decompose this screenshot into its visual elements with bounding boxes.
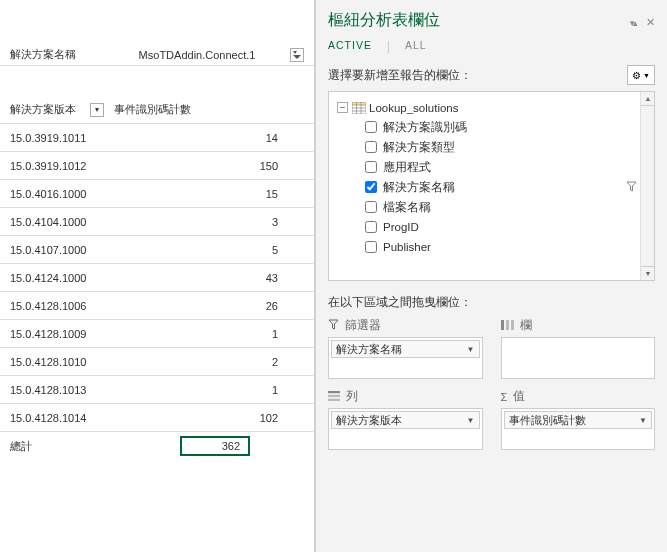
filters-item[interactable]: 解決方案名稱 ▼ (331, 340, 480, 358)
pivot-filter-row: 解決方案名稱 MsoTDAddin.Connect.1 (0, 44, 314, 66)
rows-header: 列 (328, 389, 483, 404)
filter-value-cell[interactable]: MsoTDAddin.Connect.1 (108, 48, 314, 62)
filters-item-label: 解決方案名稱 (336, 342, 402, 357)
field-list-item[interactable]: ProgID (333, 217, 650, 237)
tools-dropdown-button[interactable]: ⚙ ▼ (627, 65, 655, 85)
move-handle-icon[interactable]: ▾▴ (630, 18, 636, 28)
svg-rect-6 (501, 320, 504, 330)
tab-separator (388, 41, 389, 53)
values-header: Σ 值 (501, 389, 656, 404)
row-key-cell: 15.0.3919.1011 (0, 132, 108, 144)
table-row[interactable]: 15.0.4016.100015 (0, 180, 314, 208)
filter-field-label: 解決方案名稱 (0, 47, 108, 62)
row-header-cell[interactable]: 解決方案版本 ▾ (0, 102, 108, 117)
scroll-up-icon[interactable]: ▲ (641, 92, 655, 106)
field-list-scrollbar[interactable]: ▲ ▼ (640, 92, 654, 280)
scroll-down-icon[interactable]: ▼ (641, 266, 655, 280)
pane-title-row: 樞紐分析表欄位 ▾▴ ✕ (328, 10, 655, 31)
table-row[interactable]: 15.0.4128.10102 (0, 348, 314, 376)
table-row[interactable]: 15.0.4128.10131 (0, 376, 314, 404)
pivot-total-row: 總計 362 (0, 432, 314, 460)
row-value-cell: 1 (108, 384, 314, 396)
field-checkbox[interactable] (365, 121, 377, 133)
drag-instruction-label: 在以下區域之間拖曳欄位： (328, 295, 655, 310)
table-row[interactable]: 15.0.4128.10091 (0, 320, 314, 348)
values-item-label: 事件識別碼計數 (509, 413, 586, 428)
value-header-cell: 事件識別碼計數 (108, 102, 314, 117)
funnel-icon (328, 319, 339, 332)
columns-dropzone[interactable] (501, 337, 656, 379)
table-row[interactable]: 15.0.4128.100626 (0, 292, 314, 320)
values-title: 值 (513, 389, 525, 404)
close-icon[interactable]: ✕ (646, 16, 655, 28)
row-key-cell: 15.0.4128.1009 (0, 328, 108, 340)
columns-quadrant: 欄 (501, 318, 656, 379)
field-checkbox[interactable] (365, 221, 377, 233)
table-row[interactable]: 15.0.3919.101114 (0, 124, 314, 152)
values-dropzone[interactable]: 事件識別碼計數 ▼ (501, 408, 656, 450)
values-item[interactable]: 事件識別碼計數 ▼ (504, 411, 653, 429)
field-checkbox[interactable] (365, 201, 377, 213)
svg-rect-7 (506, 320, 509, 330)
table-row[interactable]: 15.0.3919.1012150 (0, 152, 314, 180)
pivot-table-area: 解決方案名稱 MsoTDAddin.Connect.1 解決方案版本 ▾ 事件識… (0, 0, 315, 552)
table-row[interactable]: 15.0.4104.10003 (0, 208, 314, 236)
columns-icon (501, 320, 514, 332)
field-checkbox[interactable] (365, 241, 377, 253)
field-list-item[interactable]: 解決方案名稱 (333, 177, 650, 197)
pane-title: 樞紐分析表欄位 (328, 10, 440, 31)
filters-dropzone[interactable]: 解決方案名稱 ▼ (328, 337, 483, 379)
filter-dropdown-icon[interactable] (290, 48, 304, 62)
selected-total-cell[interactable]: 362 (180, 436, 250, 456)
field-checkbox[interactable] (365, 161, 377, 173)
chevron-down-icon[interactable]: ▼ (467, 345, 475, 354)
svg-rect-1 (352, 102, 366, 105)
total-value-cell[interactable]: 362 (108, 436, 314, 456)
table-icon (352, 102, 366, 114)
funnel-icon[interactable] (626, 181, 637, 194)
row-key-cell: 15.0.4128.1010 (0, 356, 108, 368)
columns-header: 欄 (501, 318, 656, 333)
field-list-item[interactable]: 解決方案類型 (333, 137, 650, 157)
row-header-dropdown-icon[interactable]: ▾ (90, 103, 104, 117)
svg-rect-9 (328, 391, 340, 393)
svg-rect-10 (328, 394, 340, 396)
chevron-down-icon: ▼ (643, 72, 650, 79)
chevron-down-icon[interactable]: ▼ (639, 416, 647, 425)
field-list-item[interactable]: 應用程式 (333, 157, 650, 177)
field-checkbox[interactable] (365, 181, 377, 193)
columns-title: 欄 (520, 318, 532, 333)
field-list-item[interactable]: 解決方案識別碼 (333, 117, 650, 137)
field-list-item[interactable]: 檔案名稱 (333, 197, 650, 217)
row-value-cell: 3 (108, 216, 314, 228)
svg-rect-8 (511, 320, 514, 330)
table-row[interactable]: 15.0.4124.100043 (0, 264, 314, 292)
rows-title: 列 (346, 389, 358, 404)
field-checkbox[interactable] (365, 141, 377, 153)
field-label: ProgID (383, 221, 419, 233)
gear-icon: ⚙ (632, 70, 641, 81)
tab-active[interactable]: ACTIVE (328, 39, 372, 53)
field-list-item[interactable]: Publisher (333, 237, 650, 257)
row-key-cell: 15.0.4016.1000 (0, 188, 108, 200)
tab-all[interactable]: ALL (405, 39, 427, 53)
table-row[interactable]: 15.0.4128.1014102 (0, 404, 314, 432)
table-row[interactable]: 15.0.4107.10005 (0, 236, 314, 264)
filters-quadrant: 篩選器 解決方案名稱 ▼ (328, 318, 483, 379)
select-fields-row: 選擇要新增至報告的欄位： ⚙ ▼ (328, 65, 655, 85)
row-key-cell: 15.0.4128.1013 (0, 384, 108, 396)
tree-table-node[interactable]: − Lookup_solutions (333, 98, 650, 117)
rows-dropzone[interactable]: 解決方案版本 ▼ (328, 408, 483, 450)
row-header-label: 解決方案版本 (10, 102, 76, 117)
field-label: Publisher (383, 241, 431, 253)
pivot-header-row: 解決方案版本 ▾ 事件識別碼計數 (0, 96, 314, 124)
row-value-cell: 43 (108, 272, 314, 284)
row-key-cell: 15.0.4104.1000 (0, 216, 108, 228)
filter-value-text: MsoTDAddin.Connect.1 (108, 49, 290, 61)
rows-item[interactable]: 解決方案版本 ▼ (331, 411, 480, 429)
tree-collapse-icon[interactable]: − (337, 102, 348, 113)
pivot-data-rows: 15.0.3919.10111415.0.3919.101215015.0.40… (0, 124, 314, 432)
chevron-down-icon[interactable]: ▼ (467, 416, 475, 425)
filters-title: 篩選器 (345, 318, 381, 333)
tree-table-name: Lookup_solutions (369, 102, 459, 114)
